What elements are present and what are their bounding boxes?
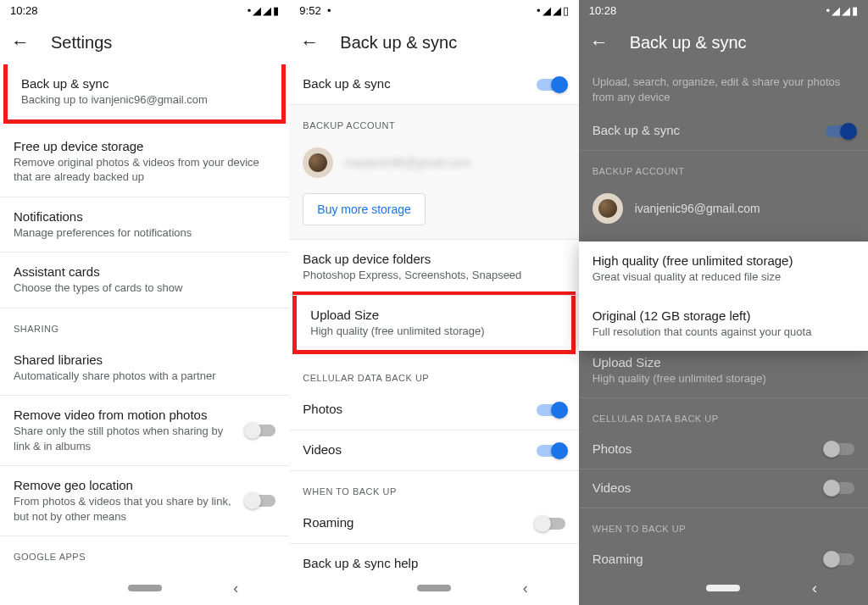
- item-remove-motion-video[interactable]: Remove video from motion photos Share on…: [0, 396, 289, 466]
- backup-account-row[interactable]: ivanjenic96@gmail.com: [289, 137, 578, 188]
- item-subtitle: Choose the types of cards to show: [14, 280, 275, 296]
- item-backup-sync-toggle[interactable]: Back up & sync: [289, 64, 578, 105]
- item-title: Upload Size: [310, 308, 557, 322]
- nav-bar: ‹: [0, 571, 289, 605]
- screen-upload-size-dialog: 10:28 • ◢ ◢ ▮ ← Back up & sync Upload, s…: [579, 0, 868, 605]
- toggle-motion[interactable]: [247, 425, 275, 436]
- item-subtitle: High quality (free unlimited storage): [593, 371, 854, 386]
- toggle-roaming[interactable]: [537, 518, 565, 530]
- signal-icon: ◢: [253, 4, 261, 17]
- battery-icon: ▮: [852, 4, 858, 17]
- signal-icon: ◢: [842, 4, 850, 17]
- back-arrow-icon[interactable]: ←: [589, 32, 609, 53]
- account-email: ivanjenic96@gmail.com: [345, 156, 470, 169]
- item-backup-sync-toggle: Back up & sync: [579, 112, 868, 151]
- toggle-geo[interactable]: [247, 495, 275, 507]
- item-subtitle: Share only the still photos when sharing…: [14, 424, 235, 453]
- option-title: Original (12 GB storage left): [593, 308, 854, 323]
- item-title: Back up & sync: [593, 123, 854, 137]
- nav-back-icon[interactable]: ‹: [233, 580, 238, 597]
- item-title: Videos: [303, 442, 524, 457]
- app-bar: ← Back up & sync: [289, 20, 578, 64]
- section-when-label: WHEN TO BACK UP: [289, 471, 578, 503]
- item-roaming: Roaming: [579, 541, 868, 571]
- item-remove-geo[interactable]: Remove geo location From photos & videos…: [0, 466, 289, 536]
- status-time: 9:52 •: [299, 4, 331, 17]
- page-title: Back up & sync: [630, 33, 747, 53]
- item-cellular-videos[interactable]: Videos: [289, 430, 578, 471]
- option-original[interactable]: Original (12 GB storage left) Full resol…: [579, 297, 868, 352]
- page-title: Back up & sync: [340, 33, 457, 53]
- item-title: Free up device storage: [14, 139, 275, 153]
- battery-icon: ▮: [273, 4, 279, 17]
- item-free-up-storage[interactable]: Free up device storage Remove original p…: [0, 127, 289, 197]
- item-roaming[interactable]: Roaming: [289, 503, 578, 544]
- item-title: Shared libraries: [14, 352, 275, 367]
- section-account-label: BACKUP ACCOUNT: [579, 151, 868, 183]
- back-arrow-icon[interactable]: ←: [299, 32, 320, 53]
- section-cellular-label: CELLULAR DATA BACK UP: [289, 358, 578, 390]
- section-account-label: BACKUP ACCOUNT: [289, 105, 578, 137]
- status-bar: 9:52 • • ◢ ◢ ▯: [289, 0, 578, 20]
- nav-home-pill[interactable]: [128, 585, 162, 591]
- option-title: High quality (free unlimited storage): [593, 253, 854, 268]
- item-subtitle: Manage preferences for notifications: [14, 225, 275, 241]
- nav-bar: ‹: [289, 571, 578, 605]
- option-high-quality[interactable]: High quality (free unlimited storage) Gr…: [579, 241, 868, 297]
- nav-home-pill[interactable]: [417, 585, 451, 591]
- item-title: Back up & sync: [21, 76, 268, 91]
- item-backup-help[interactable]: Back up & sync help: [289, 544, 578, 571]
- dot-icon: •: [826, 4, 830, 17]
- item-title: Back up & sync help: [303, 556, 565, 570]
- item-subtitle: High quality (free unlimited storage): [310, 324, 557, 339]
- nav-home-pill[interactable]: [706, 585, 740, 591]
- signal-icon: ◢: [542, 4, 551, 17]
- item-title: Upload Size: [593, 355, 854, 369]
- item-notifications[interactable]: Notifications Manage preferences for not…: [0, 197, 289, 253]
- item-shared-libraries[interactable]: Shared libraries Automatically share pho…: [0, 341, 289, 397]
- item-cellular-videos: Videos: [579, 469, 868, 508]
- app-bar: ← Back up & sync: [579, 20, 868, 64]
- status-time: 10:28: [10, 4, 38, 17]
- nav-back-icon[interactable]: ‹: [812, 580, 817, 597]
- toggle-videos: [826, 482, 854, 494]
- toggle-videos[interactable]: [537, 445, 565, 457]
- screen-settings: 10:28 • ◢ ◢ ▮ ← Settings Back up & sync …: [0, 0, 289, 605]
- dot-icon: •: [327, 4, 331, 17]
- item-title: Remove video from motion photos: [14, 408, 235, 422]
- item-assistant-cards[interactable]: Assistant cards Choose the types of card…: [0, 253, 289, 308]
- item-title: Remove geo location: [14, 478, 235, 492]
- status-icons: • ◢ ◢ ▮: [826, 4, 858, 17]
- toggle-backup: [826, 125, 854, 137]
- toggle-photos[interactable]: [537, 404, 565, 416]
- back-arrow-icon[interactable]: ←: [10, 32, 31, 53]
- toggle-photos: [826, 443, 854, 455]
- section-sharing-label: SHARING: [0, 308, 289, 341]
- item-title: Photos: [303, 402, 524, 416]
- item-backup-sync[interactable]: Back up & sync Backing up to ivanjenic96…: [8, 64, 281, 119]
- item-subtitle: Backing up to ivanjenic96@gmail.com: [21, 92, 268, 108]
- status-icons: • ◢ ◢ ▮: [248, 4, 280, 17]
- nav-back-icon[interactable]: ‹: [523, 580, 528, 597]
- section-google-apps-label: GOOGLE APPS: [0, 536, 289, 569]
- account-email: ivanjenic96@gmail.com: [635, 202, 760, 215]
- item-title: Roaming: [303, 515, 524, 530]
- status-bar: 10:28 • ◢ ◢ ▮: [579, 0, 868, 20]
- item-cellular-photos: Photos: [579, 430, 868, 469]
- item-title: Roaming: [593, 552, 854, 566]
- toggle-roaming: [826, 553, 854, 565]
- buy-storage-button[interactable]: Buy more storage: [303, 193, 426, 225]
- signal-icon: ◢: [263, 4, 271, 17]
- item-title: Assistant cards: [14, 264, 275, 279]
- item-subtitle: Automatically share photos with a partne…: [14, 369, 275, 384]
- item-cellular-photos[interactable]: Photos: [289, 390, 578, 430]
- item-subtitle: From photos & videos that you share by l…: [14, 494, 235, 524]
- section-cellular-label: CELLULAR DATA BACK UP: [579, 398, 868, 430]
- item-subtitle: Photoshop Express, Screenshots, Snapseed: [303, 268, 565, 283]
- toggle-backup[interactable]: [537, 79, 565, 91]
- highlight-upload-size: Upload Size High quality (free unlimited…: [292, 291, 575, 355]
- app-bar: ← Settings: [0, 20, 289, 64]
- item-upload-size[interactable]: Upload Size High quality (free unlimited…: [297, 296, 570, 351]
- item-device-folders[interactable]: Back up device folders Photoshop Express…: [289, 239, 578, 296]
- upload-size-popup: High quality (free unlimited storage) Gr…: [579, 241, 868, 351]
